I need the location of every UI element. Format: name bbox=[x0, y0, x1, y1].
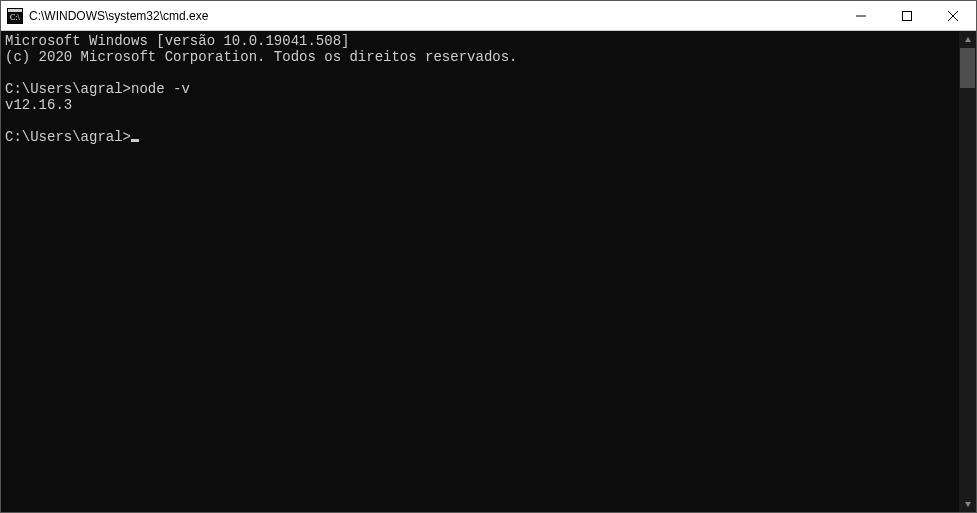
titlebar[interactable]: C:\ C:\WINDOWS\system32\cmd.exe bbox=[1, 1, 976, 31]
terminal-line: C:\Users\agral> bbox=[5, 129, 131, 145]
svg-marker-8 bbox=[965, 37, 971, 42]
minimize-button[interactable] bbox=[838, 1, 884, 30]
window-title: C:\WINDOWS\system32\cmd.exe bbox=[29, 9, 838, 23]
window-controls bbox=[838, 1, 976, 30]
scroll-thumb[interactable] bbox=[960, 48, 975, 88]
cmd-icon: C:\ bbox=[7, 8, 23, 24]
client-area: Microsoft Windows [versão 10.0.19041.508… bbox=[1, 31, 976, 512]
svg-marker-9 bbox=[965, 502, 971, 507]
svg-rect-2 bbox=[8, 9, 22, 12]
terminal-line: Microsoft Windows [versão 10.0.19041.508… bbox=[5, 33, 349, 49]
close-button[interactable] bbox=[930, 1, 976, 30]
svg-rect-5 bbox=[903, 11, 912, 20]
scroll-up-button[interactable] bbox=[959, 31, 976, 48]
svg-text:C:\: C:\ bbox=[10, 13, 21, 22]
terminal-output[interactable]: Microsoft Windows [versão 10.0.19041.508… bbox=[1, 31, 959, 512]
terminal-line: v12.16.3 bbox=[5, 97, 72, 113]
cmd-window: C:\ C:\WINDOWS\system32\cmd.exe Microsof… bbox=[0, 0, 977, 513]
terminal-line: (c) 2020 Microsoft Corporation. Todos os… bbox=[5, 49, 517, 65]
terminal-cursor bbox=[131, 139, 139, 142]
maximize-button[interactable] bbox=[884, 1, 930, 30]
scroll-down-button[interactable] bbox=[959, 495, 976, 512]
terminal-line: C:\Users\agral>node -v bbox=[5, 81, 190, 97]
vertical-scrollbar[interactable] bbox=[959, 31, 976, 512]
